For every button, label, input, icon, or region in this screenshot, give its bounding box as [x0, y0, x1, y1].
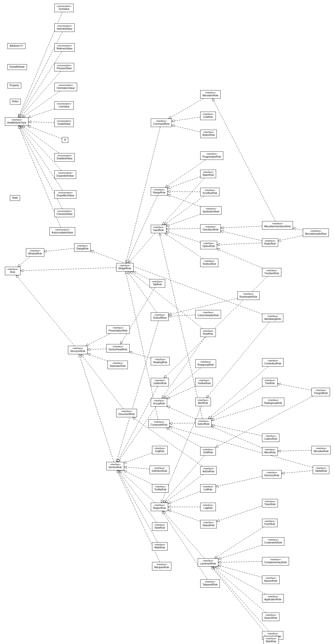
uml-node-NoteRole: «interface»NoteRole: [152, 522, 168, 531]
edge-ButtonRole-to-CommandRole: [172, 125, 200, 132]
node-name: GroupRole: [153, 402, 165, 405]
node-name: HeadingRole: [153, 361, 167, 364]
node-name: LinkRole: [202, 116, 214, 119]
stereotype-label: «interface»: [202, 226, 219, 228]
uml-node-MarqueeRole: «interface»MarqueeRole: [152, 562, 171, 570]
stereotype-label: «enumeration»: [57, 84, 75, 87]
stereotype-label: «enumeration»: [57, 210, 73, 213]
uml-node-ArticleRole: «interface»ArticleRole: [200, 466, 217, 474]
stereotype-label: «interface»: [314, 447, 328, 450]
edge-ColumnheaderRole-to-GridcellRole: [169, 315, 195, 316]
node-name: ExtraAttribute: [10, 66, 25, 69]
edge-GridRole-to-RegionRole: [163, 456, 204, 503]
node-name: OptionRole: [202, 245, 215, 248]
node-name: LiveValue: [57, 105, 72, 108]
node-name: SectionRole: [109, 466, 122, 469]
node-name: State: [12, 196, 18, 200]
uml-node-TextboxRole: «interface»TextboxRole: [200, 259, 218, 267]
stereotype-label: «interface»: [305, 230, 326, 232]
stereotype-label: «interface»: [264, 614, 277, 616]
stereotype-label: «interface»: [264, 471, 279, 474]
stereotype-label: «interface»: [154, 486, 166, 488]
edge-NavigationRole-to-LandmarkRole: [212, 567, 269, 631]
node-name: AlertRole: [198, 402, 209, 405]
uml-node-TreegridRole: «interface»TreegridRole: [311, 388, 330, 396]
stereotype-label: «interface»: [198, 361, 214, 364]
node-name: DropeffectValue: [57, 194, 74, 197]
stereotype-label: «enumeration»: [57, 154, 73, 157]
node-name: RangeRole: [153, 191, 165, 194]
stereotype-label: «interface»: [154, 563, 169, 566]
edge-TreegridRole-to-TreeRole: [278, 384, 311, 390]
node-name: RowRole: [202, 332, 214, 336]
edge-SectionheadRole-to-StructureRole: [88, 349, 106, 350]
edge-TextboxRole-to-InputRole: [165, 233, 203, 259]
uml-node-StructureRole: «interface»StructureRole: [68, 346, 88, 354]
uml-node-TabRole: «interface»TabRole: [150, 279, 165, 288]
node-name: DirectoryRole: [264, 474, 279, 477]
stereotype-label: «interface»: [264, 538, 282, 541]
node-name: TreeitemRole: [264, 272, 279, 275]
uml-node-LiveValue: «enumeration»LiveValue: [54, 101, 74, 110]
uml-node-LinkRole: «interface»LinkRole: [200, 112, 216, 120]
node-name: RadiogroupRole: [264, 402, 282, 405]
stereotype-label: «interface»: [28, 250, 42, 252]
stereotype-label: «enumeration»: [57, 64, 72, 67]
uml-node-DialogRole: «interface»DialogRole: [74, 243, 91, 252]
stereotype-label: «interface»: [110, 362, 126, 364]
stereotype-label: «interface»: [7, 268, 18, 271]
uml-node-StatusRole: «interface»StatusRole: [200, 520, 217, 528]
stereotype-label: «interface»: [151, 421, 167, 424]
uml-node-TimerRole: «interface»TimerRole: [262, 499, 278, 508]
stereotype-label: «interface»: [198, 311, 219, 314]
node-name: ApplicationRole: [264, 598, 282, 601]
uml-node-SliderRole: «interface»SliderRole: [200, 170, 216, 178]
edge-SliderRole-to-RangeRole: [168, 176, 200, 188]
stereotype-label: «interface»: [153, 226, 164, 229]
uml-node-ListitemRole: «interface»ListitemRole: [151, 378, 169, 386]
stereotype-label: «interface»: [153, 188, 165, 191]
edge-InputRole-to-WidgetRole: [129, 233, 155, 263]
node-name: MenuitemcheckboxRole: [264, 225, 291, 228]
uml-node-ComplementaryRole: «interface»ComplementaryRole: [262, 557, 289, 566]
edge-FormRole-to-LandmarkRole: [215, 527, 263, 558]
node-name: StatusRole: [202, 524, 215, 527]
uml-node-LandmarkRole: «interface»LandmarkRole: [198, 558, 218, 567]
uml-node-RegionRole: «interface»RegionRole: [151, 503, 168, 511]
stereotype-label: «interface»: [153, 504, 166, 507]
stereotype-label: «interface»: [153, 358, 167, 361]
stereotype-label: «interface»: [264, 448, 276, 451]
edge-OptionRole-to-InputRole: [166, 232, 200, 242]
node-name: ScrollbarRole: [202, 192, 217, 195]
edge-ToolbarRole-to-GroupRole: [167, 386, 195, 399]
stereotype-label: «enumeration»: [57, 102, 72, 105]
stereotype-label: «interface»: [264, 435, 277, 438]
stereotype-label: «interface»: [152, 467, 167, 470]
uml-node-GridRole: «interface»GridRole: [200, 447, 216, 456]
stereotype-label: «interface»: [70, 347, 85, 350]
edge-SpinbuttonRole-to-RangeRole: [168, 195, 200, 207]
node-name: RegionRole: [153, 507, 166, 510]
stereotype-label: «interface»: [264, 269, 279, 272]
edge-MenuitemcheckboxRole-to-CheckboxRole: [221, 226, 262, 228]
uml-node-SectionheadRole: «interface»SectionheadRole: [106, 344, 130, 352]
uml-node-FormRole: «interface»FormRole: [262, 519, 278, 527]
stereotype-label: «interface»: [264, 520, 275, 523]
stereotype-label: «interface»: [264, 379, 275, 382]
uml-node-CheckedValue: «enumeration»CheckedValue: [54, 209, 75, 217]
edge-SearchRole-to-LandmarkRole: [213, 567, 266, 613]
stereotype-label: «interface»: [264, 595, 282, 598]
uml-node-MainRole: «interface»MainRole: [263, 636, 279, 644]
node-name: ExpandedValue: [57, 174, 74, 178]
uml-node-State: State: [10, 195, 20, 201]
uml-node-GrabbedValue: «enumeration»GrabbedValue: [54, 153, 75, 162]
stereotype-label: «interface»: [202, 171, 214, 174]
stereotype-label: «interface»: [202, 448, 214, 451]
edge-RadioRole-to-CheckboxRole: [221, 231, 262, 240]
uml-node-RadioRole: «interface»RadioRole: [262, 238, 278, 247]
node-name: SearchRole: [264, 616, 277, 620]
uml-node-TreeRole: «interface»TreeRole: [262, 378, 278, 386]
node-name: Roles: [12, 100, 19, 103]
node-name: MenuRole: [264, 451, 276, 454]
stereotype-label: «enumeration»: [57, 25, 73, 28]
